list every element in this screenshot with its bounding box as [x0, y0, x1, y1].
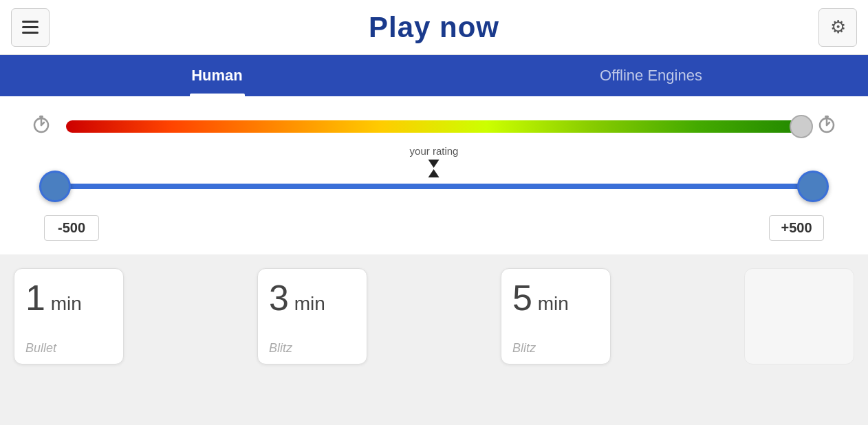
header: Play now ⚙: [0, 0, 868, 55]
menu-line: [22, 26, 39, 28]
rating-section: your rating -500 +500: [0, 96, 868, 254]
settings-button[interactable]: ⚙: [818, 8, 857, 47]
cards-row-1: 1 min Bullet 3 min Blitz 5 min Blitz: [14, 268, 854, 364]
range-labels: -500 +500: [28, 215, 840, 241]
card-type-2: Blitz: [269, 341, 292, 356]
tab-bar: Human Offline Engines: [0, 55, 868, 96]
range-min-label: -500: [44, 215, 99, 241]
slider-thumb-right[interactable]: [797, 171, 829, 202]
game-card-bullet[interactable]: 1 min Bullet: [14, 268, 124, 364]
color-slider-thumb[interactable]: [790, 115, 813, 138]
game-card-partial: [744, 268, 854, 364]
svg-rect-1: [39, 116, 43, 118]
menu-line: [22, 32, 39, 34]
slider-thumb-left[interactable]: [39, 171, 71, 202]
your-rating-label: your rating: [410, 145, 459, 157]
card-time-2: 3 min: [269, 280, 325, 316]
color-gradient-track: [66, 120, 802, 133]
game-card-blitz-5[interactable]: 5 min Blitz: [501, 268, 611, 364]
tab-offline-engines[interactable]: Offline Engines: [434, 55, 868, 96]
menu-button[interactable]: [11, 8, 50, 47]
card-time-3: 5 min: [512, 280, 569, 316]
tab-human[interactable]: Human: [0, 55, 434, 96]
range-max-label: +500: [769, 215, 824, 241]
slider-track: [55, 184, 813, 189]
card-type-1: Bullet: [25, 341, 56, 356]
timer-right-icon: [813, 113, 840, 140]
color-slider-row: [28, 113, 840, 140]
card-type-3: Blitz: [512, 341, 536, 356]
range-slider[interactable]: [55, 166, 813, 207]
svg-rect-5: [825, 116, 829, 118]
menu-line: [22, 21, 39, 23]
cards-section: 1 min Bullet 3 min Blitz 5 min Blitz: [0, 254, 868, 389]
game-card-blitz-3[interactable]: 3 min Blitz: [257, 268, 367, 364]
page-title: Play now: [369, 11, 499, 44]
timer-left-icon: [28, 113, 55, 140]
card-time-1: 1 min: [25, 280, 82, 316]
settings-icon: ⚙: [830, 17, 846, 38]
